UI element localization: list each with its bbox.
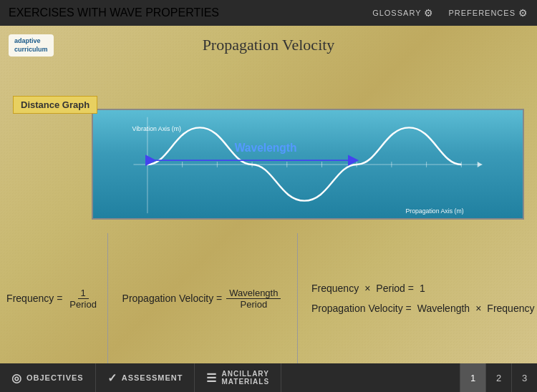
- preferences-label: PREFERENCES: [448, 9, 516, 17]
- formula3-one: 1: [420, 283, 425, 294]
- formula3-pv: Propagation Velocity =: [311, 303, 412, 314]
- top-nav-group: GLOSSARY ⚙ PREFERENCES ⚙: [372, 7, 528, 19]
- formula2-fraction: Wavelength Period: [226, 288, 281, 310]
- formula3-freq: Frequency: [311, 283, 359, 294]
- preferences-button[interactable]: PREFERENCES ⚙: [448, 7, 528, 19]
- formula1-numerator: 1: [78, 288, 89, 299]
- ancillary-icon: ☰: [206, 371, 217, 385]
- formula1-left: Frequency =: [6, 293, 62, 304]
- wave-canvas: Vibration Axis (m) Propagation Axis (: [92, 109, 524, 220]
- formula2-left: Propagation Velocity =: [122, 293, 223, 304]
- page-1-button[interactable]: 1: [460, 363, 485, 392]
- formula3-line1: Frequency × Period = 1: [311, 283, 425, 294]
- wave-path: [147, 127, 461, 200]
- propagation-axis-label: Propagation Axis (m): [405, 207, 463, 215]
- preferences-icon: ⚙: [518, 7, 528, 19]
- page-title: Propagation Velocity: [0, 36, 537, 54]
- formula3-wl: Wavelength: [417, 303, 470, 314]
- glossary-icon: ⚙: [424, 7, 434, 19]
- objectives-icon: ◎: [11, 371, 22, 385]
- formula1-block: Frequency = 1 Period: [0, 233, 107, 363]
- page-2-button[interactable]: 2: [485, 363, 511, 392]
- wave-svg: Vibration Axis (m) Propagation Axis (: [93, 110, 523, 218]
- wave-graph: Distance Graph Vibration Axis (m): [13, 97, 524, 219]
- ancillary-button[interactable]: ☰ ANCILLARY MATERIALS: [195, 363, 281, 392]
- formula1-line: Frequency = 1 Period: [6, 288, 101, 310]
- formula3-block: Frequency × Period = 1 Propagation Veloc…: [297, 233, 537, 363]
- formulas-section: Frequency = 1 Period Propagation Velocit…: [0, 233, 537, 363]
- ancillary-label: ANCILLARY MATERIALS: [221, 370, 269, 386]
- formula3-period-eq: Period =: [376, 283, 414, 294]
- glossary-label: GLOSSARY: [372, 9, 421, 17]
- assessment-icon: ✓: [107, 371, 117, 385]
- vibration-axis-label: Vibration Axis (m): [132, 125, 181, 132]
- formula2-line: Propagation Velocity = Wavelength Period: [122, 288, 283, 310]
- app-title: EXERCISES WITH WAVE PROPERTIES: [9, 6, 219, 19]
- formula3-times2: ×: [475, 303, 481, 314]
- formula1-denominator: Period: [67, 299, 100, 310]
- glossary-button[interactable]: GLOSSARY ⚙: [372, 7, 434, 19]
- bottom-spacer: [281, 363, 460, 392]
- page-3-button[interactable]: 3: [511, 363, 537, 392]
- svg-marker-11: [478, 162, 483, 167]
- assessment-label: ASSESSMENT: [122, 373, 183, 382]
- formula3-times1: ×: [364, 283, 370, 294]
- formula3-line2: Propagation Velocity = Wavelength × Freq…: [311, 303, 534, 314]
- formula1-fraction: 1 Period: [67, 288, 100, 310]
- assessment-button[interactable]: ✓ ASSESSMENT: [96, 363, 195, 392]
- wavelength-text: Wavelength: [235, 142, 297, 154]
- formula3-freq2: Frequency: [487, 303, 534, 314]
- formula2-block: Propagation Velocity = Wavelength Period: [107, 233, 297, 363]
- objectives-button[interactable]: ◎ OBJECTIVES: [0, 363, 96, 392]
- formula2-denominator: Period: [238, 299, 271, 310]
- bottom-bar: ◎ OBJECTIVES ✓ ASSESSMENT ☰ ANCILLARY MA…: [0, 363, 537, 392]
- formula2-numerator: Wavelength: [226, 288, 281, 299]
- objectives-label: OBJECTIVES: [26, 373, 84, 382]
- main-content: adaptive curriculum Propagation Velocity…: [0, 26, 537, 363]
- distance-graph-label[interactable]: Distance Graph: [13, 96, 97, 114]
- top-bar: EXERCISES WITH WAVE PROPERTIES GLOSSARY …: [0, 0, 537, 26]
